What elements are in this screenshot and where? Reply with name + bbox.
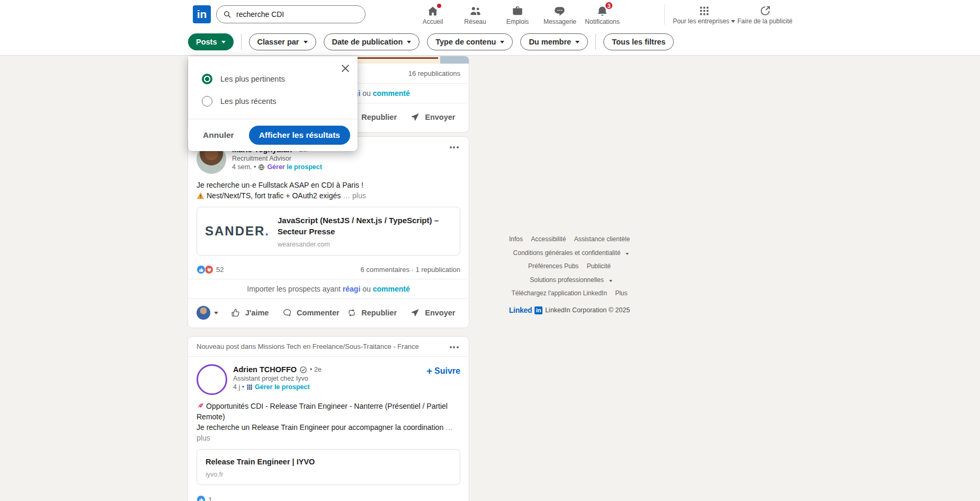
footer-link-business-solutions[interactable]: Solutions professionnelles xyxy=(530,276,603,284)
post-text: Je recherche un·e Fullstack ASAP en CDI … xyxy=(188,174,469,201)
manage-prospect-link[interactable]: Gérer le prospect xyxy=(267,163,322,171)
search-box[interactable] xyxy=(216,5,366,23)
follow-button[interactable]: + Suivre xyxy=(426,365,460,377)
send-label: Envoyer xyxy=(425,309,455,317)
notifications-badge: 3 xyxy=(604,1,613,10)
cancel-button[interactable]: Annuler xyxy=(203,130,234,140)
image-fragment xyxy=(440,56,469,64)
love-reaction-icon xyxy=(204,265,213,274)
send-button[interactable]: Envoyer xyxy=(403,106,464,129)
footer-link-advertising[interactable]: Publicité xyxy=(587,262,611,270)
reaction-count-label: 52 xyxy=(216,266,224,274)
footer-link-about[interactable]: Infos xyxy=(509,235,523,243)
republications-count[interactable]: 16 republications xyxy=(408,69,460,77)
chevron-down-icon xyxy=(221,41,226,43)
sort-dropdown: Les plus pertinents Les plus récents Ann… xyxy=(188,56,358,151)
chevron-down-icon xyxy=(304,41,308,43)
manage-prospect-link[interactable]: Gérer le prospect xyxy=(255,383,310,391)
network-icon xyxy=(469,5,481,17)
linkedin-logo[interactable]: in xyxy=(193,5,211,23)
footer-link-get-app[interactable]: Téléchargez l'application LinkedIn xyxy=(511,289,607,297)
header-divider xyxy=(664,4,665,25)
repost-button[interactable]: Republier xyxy=(342,301,403,324)
or-text: ou xyxy=(362,89,371,98)
for-business-menu[interactable]: Pour les entreprises xyxy=(670,0,738,29)
footer-link-accessibility[interactable]: Accessibilité xyxy=(531,235,566,243)
grid-icon xyxy=(246,384,253,390)
commented-link[interactable]: commenté xyxy=(373,89,410,98)
filter-content-type-pill[interactable]: Type de contenu xyxy=(427,33,513,50)
home-notification-dot xyxy=(436,3,442,9)
chevron-down-icon xyxy=(500,41,504,43)
filter-date-pill[interactable]: Date de publication xyxy=(324,33,420,50)
sort-option-most-recent[interactable]: Les plus récents xyxy=(188,90,358,112)
reacted-link[interactable]: réagi xyxy=(343,285,360,293)
reactions-count[interactable]: 52 xyxy=(197,265,224,274)
nav-jobs[interactable]: Emplois xyxy=(496,0,539,29)
nav-messaging[interactable]: Messagerie xyxy=(539,0,581,29)
plus-icon: + xyxy=(426,365,432,377)
link-card-title: JavaScript (NestJS / Next.js / TypeScrip… xyxy=(278,215,450,237)
shared-link-card[interactable]: SANDER. JavaScript (NestJS / Next.js / T… xyxy=(197,207,460,256)
footer-link-ad-choices[interactable]: Préférences Pubs xyxy=(528,262,578,270)
advertise-link[interactable]: Faire de la publicité xyxy=(730,0,800,29)
nav-notifications[interactable]: 3 Notifications xyxy=(581,0,623,29)
chevron-down-icon[interactable] xyxy=(214,312,218,314)
see-more-link[interactable]: … plus xyxy=(343,191,366,200)
shared-link-card[interactable]: Release Train Engineer | IYVO iyvo.fr xyxy=(197,449,460,485)
avatar[interactable] xyxy=(197,306,210,320)
search-filter-bar: Posts Classer par Date de publication Ty… xyxy=(0,29,980,56)
comment-button[interactable]: Commenter xyxy=(280,301,341,324)
like-button[interactable]: J'aime xyxy=(219,301,280,324)
follow-label: Suivre xyxy=(434,366,460,376)
filter-all-filters-label: Tous les filtres xyxy=(612,38,665,46)
post-text-line2: Je recherche un Release Train Engineer p… xyxy=(197,423,443,432)
filter-sort-label: Classer par xyxy=(257,38,299,46)
like-icon xyxy=(231,308,240,318)
top-navigation-bar: in Accueil Réseau Emplois Messagerie 3 N… xyxy=(0,0,980,29)
author-name[interactable]: Adrien TCHOFFO xyxy=(233,365,297,374)
link-card-title: Release Train Engineer | IYVO xyxy=(206,456,451,468)
nav-network[interactable]: Réseau xyxy=(454,0,496,29)
like-label: J'aime xyxy=(245,309,269,317)
footer-link-help[interactable]: Assistance clientèle xyxy=(574,235,630,243)
search-input[interactable] xyxy=(236,10,359,19)
close-icon[interactable] xyxy=(340,63,351,74)
commented-link[interactable]: commenté xyxy=(373,285,410,293)
overflow-menu-icon[interactable] xyxy=(446,341,462,354)
rocket-icon xyxy=(197,402,204,410)
overflow-menu-icon[interactable] xyxy=(446,141,462,154)
send-button[interactable]: Envoyer xyxy=(403,301,464,324)
filter-posts-pill[interactable]: Posts xyxy=(188,33,234,50)
reactions-count[interactable]: 1 xyxy=(188,490,469,501)
nav-network-label: Réseau xyxy=(464,18,486,25)
radio-selected-icon xyxy=(202,74,212,84)
send-label: Envoyer xyxy=(425,113,455,121)
footer-link-terms-privacy[interactable]: Conditions générales et confidentialité xyxy=(513,249,621,257)
show-results-button[interactable]: Afficher les résultats xyxy=(249,126,350,145)
sort-option-most-relevant[interactable]: Les plus pertinents xyxy=(188,68,358,90)
post-context-text: Nouveau post dans Missions Tech en Freel… xyxy=(197,342,419,350)
filter-sort-pill[interactable]: Classer par xyxy=(249,33,316,50)
link-card-domain: wearesander.com xyxy=(278,241,450,248)
search-icon xyxy=(223,10,231,19)
post-card-marie: Marie Yeghyaian • 1er Recruitment Adviso… xyxy=(188,137,469,328)
repost-label: Republier xyxy=(361,309,397,317)
post-text-line1: Opportunités CDI - Release Train Enginee… xyxy=(197,402,448,421)
footer-link-more[interactable]: Plus xyxy=(615,289,627,297)
nav-home[interactable]: Accueil xyxy=(412,0,454,29)
filter-divider xyxy=(241,34,242,50)
repost-icon xyxy=(347,308,357,318)
linkedin-logo: in xyxy=(534,306,542,314)
connection-degree: • 2e xyxy=(310,366,322,373)
post-context-header: Nouveau post dans Missions Tech en Freel… xyxy=(188,337,469,357)
right-rail-footer: Infos Accessibilité Assistance clientèle… xyxy=(503,235,636,314)
filter-from-member-pill[interactable]: Du membre xyxy=(520,33,588,50)
radio-unselected-icon xyxy=(202,96,212,107)
nav-home-label: Accueil xyxy=(423,18,443,25)
globe-icon xyxy=(258,164,265,171)
filter-all-filters-pill[interactable]: Tous les filtres xyxy=(603,33,674,50)
comment-label: Commenter xyxy=(297,309,340,317)
comments-reposts-count[interactable]: 6 commentaires · 1 republication xyxy=(360,266,460,274)
author-headline: Recruitment Advisor xyxy=(232,155,322,162)
